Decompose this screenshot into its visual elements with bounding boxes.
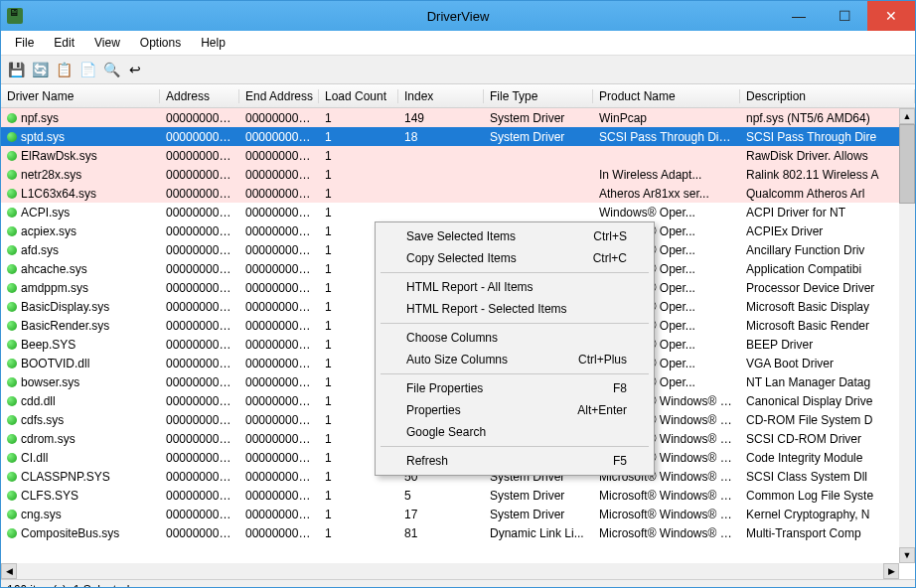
cell-load-count: 1 (319, 187, 398, 201)
cm-file-properties[interactable]: File Properties F8 (379, 377, 651, 399)
cell-address: 00000000`0... (160, 338, 239, 352)
menu-help[interactable]: Help (191, 33, 235, 53)
cm-choose-columns[interactable]: Choose Columns (379, 327, 651, 349)
table-row[interactable]: CompositeBus.sys00000000`0...00000000`0.… (1, 523, 915, 542)
scroll-right-icon[interactable]: ▶ (883, 563, 899, 579)
table-row[interactable]: netr28x.sys00000000`0...00000000`0...1In… (1, 165, 915, 184)
cell-description: SCSI Pass Through Dire (740, 130, 915, 144)
cell-end-address: 00000000`0... (239, 300, 319, 314)
table-row[interactable]: CLFS.SYS00000000`0...00000000`0...15Syst… (1, 486, 915, 505)
cell-description: Microsoft Basic Render (740, 319, 915, 333)
cell-address: 00000000`0... (160, 357, 239, 370)
col-address[interactable]: Address (160, 89, 239, 103)
cm-properties[interactable]: Properties Alt+Enter (379, 399, 651, 421)
exit-icon[interactable]: ↩ (124, 59, 146, 80)
cell-description: npf.sys (NT5/6 AMD64) (740, 111, 915, 125)
status-dot-icon (7, 453, 17, 463)
status-dot-icon (7, 113, 17, 123)
close-button[interactable]: ✕ (867, 1, 915, 31)
toolbar: 💾 🔄 📋 📄 🔍 ↩ (1, 56, 915, 84)
cm-save-selected[interactable]: Save Selected Items Ctrl+S (379, 225, 651, 247)
cell-description: RawDisk Driver. Allows (740, 149, 915, 163)
titlebar[interactable]: DriverView — ☐ ✕ (1, 1, 915, 31)
cell-end-address: 00000000`0... (239, 224, 319, 238)
maximize-button[interactable]: ☐ (822, 1, 867, 31)
cell-file-type: System Driver (484, 489, 593, 503)
menu-options[interactable]: Options (130, 33, 191, 53)
cell-description: ACPIEx Driver (740, 224, 915, 238)
menu-edit[interactable]: Edit (44, 33, 84, 53)
col-driver-name[interactable]: Driver Name (1, 89, 160, 103)
cell-address: 00000000`0... (160, 375, 239, 389)
driver-name: cng.sys (21, 508, 62, 521)
menu-view[interactable]: View (84, 33, 130, 53)
cell-address: 00000000`0... (160, 243, 239, 257)
cell-end-address: 00000000`0... (239, 149, 319, 163)
cm-google-search[interactable]: Google Search (379, 421, 651, 443)
cell-address: 00000000`0... (160, 508, 239, 521)
status-dot-icon (7, 264, 17, 274)
driver-name: cdfs.sys (21, 413, 64, 427)
minimize-button[interactable]: — (776, 1, 822, 31)
scroll-thumb[interactable] (899, 124, 915, 204)
status-text: 166 item(s), 1 Selected (7, 583, 129, 588)
driver-name: npf.sys (21, 111, 59, 125)
driver-name: ACPI.sys (21, 206, 70, 220)
cell-address: 00000000`0... (160, 394, 239, 408)
scroll-up-icon[interactable]: ▲ (899, 108, 915, 124)
col-index[interactable]: Index (398, 89, 484, 103)
cell-end-address: 00000000`0... (239, 243, 319, 257)
copy-icon[interactable]: 📋 (53, 59, 75, 80)
col-file-type[interactable]: File Type (484, 89, 593, 103)
find-icon[interactable]: 🔍 (100, 59, 122, 80)
cell-end-address: 00000000`0... (239, 508, 319, 521)
scroll-down-icon[interactable]: ▼ (899, 547, 915, 563)
table-row[interactable]: L1C63x64.sys00000000`0...00000000`0...1A… (1, 184, 915, 203)
cell-address: 00000000`0... (160, 168, 239, 182)
table-row[interactable]: cng.sys00000000`0...00000000`0...117Syst… (1, 505, 915, 523)
cell-end-address: 00000000`0... (239, 168, 319, 182)
table-header: Driver Name Address End Address Load Cou… (1, 84, 915, 108)
col-load-count[interactable]: Load Count (319, 89, 398, 103)
cell-address: 00000000`0... (160, 432, 239, 446)
status-dot-icon (7, 528, 17, 538)
table-row[interactable]: ElRawDsk.sys00000000`0...00000000`0...1R… (1, 146, 915, 165)
table-row[interactable]: npf.sys00000000`0...00000000`0...1149Sys… (1, 108, 915, 127)
driver-name: afd.sys (21, 243, 59, 257)
cell-load-count: 1 (319, 111, 398, 125)
scroll-left-icon[interactable]: ◀ (1, 563, 17, 579)
col-end-address[interactable]: End Address (239, 89, 319, 103)
cm-html-selected[interactable]: HTML Report - Selected Items (379, 298, 651, 320)
cell-description: SCSI CD-ROM Driver (740, 432, 915, 446)
refresh-icon[interactable]: 🔄 (29, 59, 51, 80)
table-row[interactable]: ACPI.sys00000000`0...00000000`0...1Windo… (1, 203, 915, 221)
properties-icon[interactable]: 📄 (76, 59, 98, 80)
menu-file[interactable]: File (5, 33, 44, 53)
cm-auto-size[interactable]: Auto Size Columns Ctrl+Plus (379, 349, 651, 370)
cell-product: SCSI Pass Through Direct (593, 130, 740, 144)
cell-product: WinPcap (593, 111, 740, 125)
cell-index: 5 (398, 489, 484, 503)
cm-html-all[interactable]: HTML Report - All Items (379, 276, 651, 298)
col-product-name[interactable]: Product Name (593, 89, 740, 103)
cell-description: Multi-Transport Comp (740, 526, 915, 540)
separator (381, 373, 649, 374)
cm-refresh[interactable]: Refresh F5 (379, 450, 651, 472)
status-dot-icon (7, 472, 17, 482)
cell-end-address: 00000000`0... (239, 130, 319, 144)
horizontal-scrollbar[interactable]: ◀ ▶ (1, 563, 899, 579)
table-row[interactable]: sptd.sys00000000`0...00000000`0...118Sys… (1, 127, 915, 146)
app-icon (7, 8, 23, 24)
save-icon[interactable]: 💾 (5, 59, 27, 80)
cell-file-type: System Driver (484, 111, 593, 125)
col-description[interactable]: Description (740, 89, 915, 103)
driver-name: L1C63x64.sys (21, 187, 96, 201)
cell-end-address: 00000000`0... (239, 319, 319, 333)
cell-address: 00000000`0... (160, 187, 239, 201)
vertical-scrollbar[interactable]: ▲ ▼ (899, 108, 915, 563)
cm-copy-selected[interactable]: Copy Selected Items Ctrl+C (379, 247, 651, 269)
driver-name: BOOTVID.dll (21, 357, 89, 370)
cell-description: Common Log File Syste (740, 489, 915, 503)
cell-address: 00000000`0... (160, 413, 239, 427)
cell-file-type: Dynamic Link Li... (484, 526, 593, 540)
